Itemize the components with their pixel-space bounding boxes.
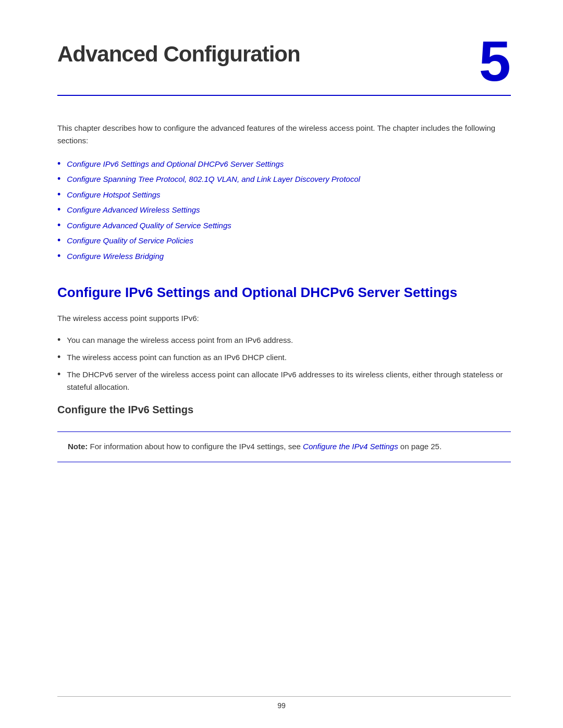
toc-link-1[interactable]: Configure IPv6 Settings and Optional DHC… xyxy=(67,157,284,171)
page-container: Advanced Configuration 5 This chapter de… xyxy=(0,0,563,728)
list-item: • Configure Spanning Tree Protocol, 802.… xyxy=(57,172,511,186)
list-item: • Configure Advanced Quality of Service … xyxy=(57,219,511,232)
bullet-icon: • xyxy=(57,334,60,347)
section1-heading: Configure IPv6 Settings and Optional DHC… xyxy=(57,283,511,302)
note-body-text: For information about how to configure t… xyxy=(88,442,303,451)
toc-link-5[interactable]: Configure Advanced Quality of Service Se… xyxy=(67,219,231,232)
chapter-number: 5 xyxy=(479,36,511,85)
bullet-icon: • xyxy=(57,250,60,263)
toc-link-7[interactable]: Configure Wireless Bridging xyxy=(67,250,164,263)
note-content: Note: For information about how to confi… xyxy=(68,440,500,453)
bullet-text-3: The DHCPv6 server of the wireless access… xyxy=(67,368,511,393)
list-item: • The wireless access point can function… xyxy=(57,351,511,364)
list-item: • The DHCPv6 server of the wireless acce… xyxy=(57,368,511,393)
section1-intro: The wireless access point supports IPv6: xyxy=(57,312,511,325)
intro-paragraph: This chapter describes how to configure … xyxy=(57,122,511,147)
list-item: • Configure Wireless Bridging xyxy=(57,250,511,263)
toc-link-6[interactable]: Configure Quality of Service Policies xyxy=(67,234,193,248)
footer-divider xyxy=(57,696,511,697)
chapter-header: Advanced Configuration 5 xyxy=(57,42,511,91)
bullet-icon: • xyxy=(57,234,60,247)
list-item: • Configure Quality of Service Policies xyxy=(57,234,511,248)
list-item: • You can manage the wireless access poi… xyxy=(57,334,511,347)
bullet-icon: • xyxy=(57,188,60,201)
toc-link-3[interactable]: Configure Hotspot Settings xyxy=(67,188,160,202)
list-item: • Configure Advanced Wireless Settings xyxy=(57,203,511,217)
page-number: 99 xyxy=(277,701,286,710)
list-item: • Configure IPv6 Settings and Optional D… xyxy=(57,157,511,171)
bullet-icon: • xyxy=(57,219,60,232)
chapter-title: Advanced Configuration xyxy=(57,42,300,67)
bullet-icon: • xyxy=(57,368,60,381)
bullet-icon: • xyxy=(57,157,60,170)
note-box: Note: For information about how to confi… xyxy=(57,431,511,462)
note-suffix: on page 25. xyxy=(398,442,442,451)
bullet-text-2: The wireless access point can function a… xyxy=(67,351,287,364)
bullet-text-1: You can manage the wireless access point… xyxy=(67,334,293,347)
note-label: Note: xyxy=(68,442,88,451)
list-item: • Configure Hotspot Settings xyxy=(57,188,511,202)
toc-list: • Configure IPv6 Settings and Optional D… xyxy=(57,157,511,263)
section1-bullets: • You can manage the wireless access poi… xyxy=(57,334,511,393)
toc-link-4[interactable]: Configure Advanced Wireless Settings xyxy=(67,203,200,217)
bullet-icon: • xyxy=(57,203,60,216)
chapter-divider xyxy=(57,95,511,96)
bullet-icon: • xyxy=(57,351,60,364)
bullet-icon: • xyxy=(57,172,60,186)
note-link[interactable]: Configure the IPv4 Settings xyxy=(303,442,398,451)
section1-sub-heading: Configure the IPv6 Settings xyxy=(57,404,511,416)
toc-link-2[interactable]: Configure Spanning Tree Protocol, 802.1Q… xyxy=(67,172,360,186)
